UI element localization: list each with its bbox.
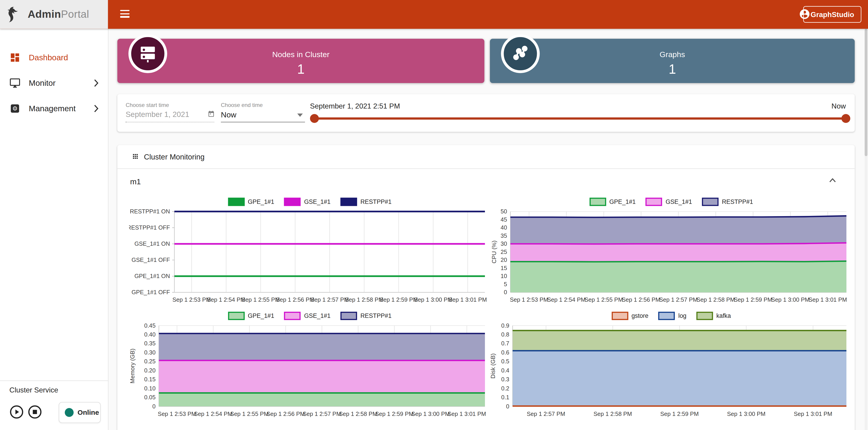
svg-text:GSE_1#1 ON: GSE_1#1 ON xyxy=(134,241,170,247)
svg-text:Sep 1 2:53 PM: Sep 1 2:53 PM xyxy=(158,411,196,417)
graphstudio-button[interactable]: GraphStudio xyxy=(803,6,861,23)
slider-end-label: Now xyxy=(831,102,846,110)
svg-text:Sep 1 2:53 PM: Sep 1 2:53 PM xyxy=(173,297,211,303)
svg-text:0.20: 0.20 xyxy=(144,367,156,374)
legend-swatch xyxy=(696,311,713,320)
legend-label: gstore xyxy=(631,312,648,319)
svg-text:Memory (GB): Memory (GB) xyxy=(129,348,135,383)
end-time-label: Choose end time xyxy=(221,102,263,108)
sidebar: Dashboard Monitor ⚙ Management Cluster S… xyxy=(0,29,108,430)
legend-swatch xyxy=(341,197,357,206)
svg-text:0.1: 0.1 xyxy=(501,394,509,400)
start-time-value: September 1, 2021 xyxy=(126,110,189,119)
legend-item[interactable]: RESTPP#1 xyxy=(341,311,392,320)
svg-text:45: 45 xyxy=(501,216,507,223)
time-range-slider[interactable] xyxy=(314,117,846,119)
scrollbar-thumb[interactable] xyxy=(865,29,867,156)
graphstudio-label: GraphStudio xyxy=(811,10,854,19)
legend-item[interactable]: GSE_1#1 xyxy=(284,311,331,320)
legend-item[interactable]: log xyxy=(658,311,686,320)
svg-text:Sep 1 2:54 PM: Sep 1 2:54 PM xyxy=(207,297,245,303)
legend-item[interactable]: GPE_1#1 xyxy=(228,311,274,320)
tiger-logo-icon xyxy=(5,5,24,24)
start-time-field[interactable]: September 1, 2021 xyxy=(126,110,214,122)
svg-text:0.35: 0.35 xyxy=(144,340,156,346)
chart-legend: GPE_1#1GSE_1#1RESTPP#1 xyxy=(129,197,490,206)
svg-text:Sep 1 2:58 PM: Sep 1 2:58 PM xyxy=(345,297,383,303)
legend-item[interactable]: GSE_1#1 xyxy=(284,197,331,206)
svg-text:Sep 1 3:01 PM: Sep 1 3:01 PM xyxy=(448,297,487,303)
legend-label: GSE_1#1 xyxy=(665,198,692,205)
svg-text:Sep 1 2:57 PM: Sep 1 2:57 PM xyxy=(303,411,341,417)
legend-label: GSE_1#1 xyxy=(304,312,331,319)
legend-swatch xyxy=(589,197,606,206)
chevron-right-icon xyxy=(93,105,98,113)
svg-text:0.2: 0.2 xyxy=(501,385,509,392)
svg-text:Sep 1 2:59 PM: Sep 1 2:59 PM xyxy=(660,411,699,417)
svg-text:0.25: 0.25 xyxy=(144,358,156,365)
legend-swatch xyxy=(646,197,662,206)
hamburger-menu-icon[interactable] xyxy=(120,10,129,18)
legend-label: RESTPP#1 xyxy=(361,312,392,319)
collapse-chevron-up-icon[interactable] xyxy=(828,176,837,185)
management-gear-icon: ⚙ xyxy=(9,103,21,114)
calendar-icon[interactable] xyxy=(208,110,215,117)
svg-text:Sep 1 3:01 PM: Sep 1 3:01 PM xyxy=(794,411,832,417)
svg-text:0.7: 0.7 xyxy=(501,340,509,346)
svg-text:5: 5 xyxy=(504,281,507,287)
chevron-right-icon xyxy=(93,79,98,87)
legend-label: GPE_1#1 xyxy=(248,312,274,319)
svg-text:25: 25 xyxy=(501,249,507,255)
sidebar-item-monitor[interactable]: Monitor xyxy=(0,70,108,96)
legend-item[interactable]: GPE_1#1 xyxy=(589,197,636,206)
legend-item[interactable]: gstore xyxy=(612,311,649,320)
slider-thumb-start[interactable] xyxy=(310,114,319,123)
svg-text:⚙: ⚙ xyxy=(12,105,18,112)
svg-text:0.4: 0.4 xyxy=(501,367,509,374)
svg-text:Sep 1 2:56 PM: Sep 1 2:56 PM xyxy=(276,297,314,303)
legend-label: RESTPP#1 xyxy=(361,198,392,205)
legend-swatch xyxy=(228,197,245,206)
svg-text:50: 50 xyxy=(501,208,507,215)
legend-swatch xyxy=(284,197,301,206)
svg-text:0.3: 0.3 xyxy=(501,376,509,382)
logo-portal: Portal xyxy=(61,8,89,20)
sidebar-item-dashboard[interactable]: Dashboard xyxy=(0,45,108,70)
legend-swatch xyxy=(612,311,628,320)
slider-thumb-end[interactable] xyxy=(841,114,850,123)
start-service-icon[interactable] xyxy=(9,405,24,419)
sidebar-item-management[interactable]: ⚙ Management xyxy=(0,96,108,121)
scrollbar-track[interactable] xyxy=(865,29,867,430)
end-time-value: Now xyxy=(221,110,236,119)
legend-item[interactable]: kafka xyxy=(696,311,731,320)
svg-text:0: 0 xyxy=(506,403,509,409)
svg-text:0: 0 xyxy=(152,403,156,409)
svg-text:Sep 1 2:54 PM: Sep 1 2:54 PM xyxy=(547,297,586,303)
end-time-select[interactable]: Now xyxy=(221,110,305,122)
svg-text:GPE_1#1 OFF: GPE_1#1 OFF xyxy=(131,289,170,295)
legend-item[interactable]: GPE_1#1 xyxy=(228,197,274,206)
divider xyxy=(0,380,108,381)
svg-text:0.30: 0.30 xyxy=(144,349,156,356)
stop-service-icon[interactable] xyxy=(28,405,42,419)
legend-item[interactable]: GSE_1#1 xyxy=(646,197,692,206)
svg-text:0.10: 0.10 xyxy=(144,385,156,392)
service-status-chart: GPE_1#1GSE_1#1RESTPP#1Sep 1 2:53 PMSep 1… xyxy=(129,197,490,311)
svg-text:Sep 1 3:00 PM: Sep 1 3:00 PM xyxy=(727,411,766,417)
legend-item[interactable]: RESTPP#1 xyxy=(702,197,753,206)
svg-text:Sep 1 2:57 PM: Sep 1 2:57 PM xyxy=(527,411,565,417)
svg-text:CPU (%): CPU (%) xyxy=(491,241,497,264)
svg-text:Sep 1 3:01 PM: Sep 1 3:01 PM xyxy=(809,297,847,303)
svg-text:Sep 1 3:00 PM: Sep 1 3:00 PM xyxy=(414,297,453,303)
legend-label: RESTPP#1 xyxy=(722,198,753,205)
legend-item[interactable]: RESTPP#1 xyxy=(341,197,392,206)
svg-text:Sep 1 2:57 PM: Sep 1 2:57 PM xyxy=(659,297,698,303)
svg-text:10: 10 xyxy=(501,273,507,279)
dropdown-arrow-icon xyxy=(297,114,303,117)
svg-text:0.40: 0.40 xyxy=(144,331,156,338)
chart-legend: GPE_1#1GSE_1#1RESTPP#1 xyxy=(129,311,490,320)
svg-text:0.45: 0.45 xyxy=(144,322,156,329)
service-status-label: Online xyxy=(78,409,99,416)
svg-text:Sep 1 2:53 PM: Sep 1 2:53 PM xyxy=(510,297,548,303)
card-label: Nodes in Cluster xyxy=(117,50,485,59)
